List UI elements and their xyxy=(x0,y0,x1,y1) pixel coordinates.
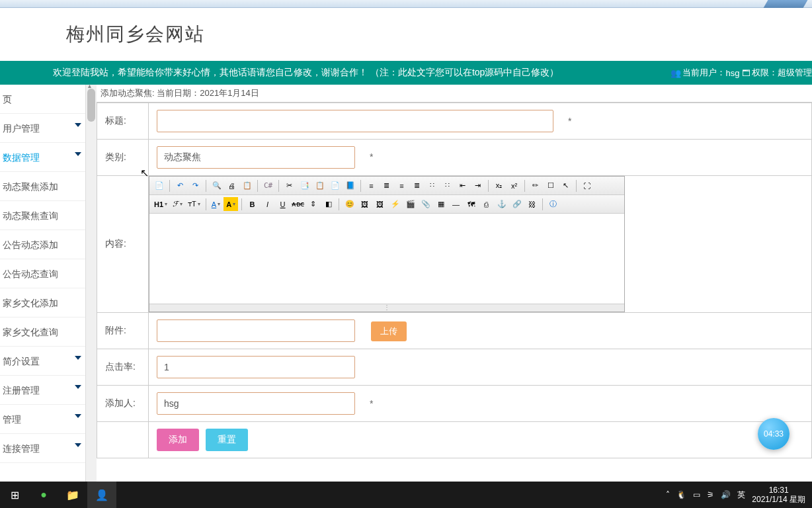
list-ol-icon[interactable]: ∷ xyxy=(425,179,439,192)
bold-icon[interactable]: B xyxy=(245,197,259,211)
sidebar-item-5[interactable]: 公告动态添加 xyxy=(0,230,85,259)
floating-timer[interactable]: 04:33 xyxy=(758,418,790,450)
sidebar-item-11[interactable]: 管理 xyxy=(0,405,85,434)
form-table: 标题: * 类别: * 内容: 📄 xyxy=(97,103,812,458)
taskbar[interactable]: ⊞ ● 📁 👤 ˄ 🐧 ▭ ⚞ 🔊 英 16:31 2021/1/14 星期 xyxy=(0,482,812,508)
sidebar-item-12[interactable]: 连接管理 xyxy=(0,434,85,463)
title-required: * xyxy=(568,116,571,126)
editor-resize-handle[interactable]: ⋮ xyxy=(149,304,624,312)
title-input[interactable] xyxy=(157,110,553,132)
chevron-down-icon xyxy=(75,443,81,447)
selectall-icon[interactable]: ☐ xyxy=(544,179,557,192)
removeformat-icon[interactable]: ◧ xyxy=(321,197,335,211)
tray-battery-icon[interactable]: ▭ xyxy=(693,490,700,499)
subscript-icon[interactable]: x₂ xyxy=(492,179,506,192)
underline-icon[interactable]: U xyxy=(276,197,290,211)
file-icon[interactable]: 📎 xyxy=(419,197,432,211)
start-button[interactable]: ⊞ xyxy=(0,482,29,508)
sidebar-item-9[interactable]: 简介设置 xyxy=(0,347,85,376)
sidebar-item-6[interactable]: 公告动态查询 xyxy=(0,259,85,288)
sidebar-item-2[interactable]: 数据管理 xyxy=(0,143,85,172)
undo-icon[interactable]: ↶ xyxy=(173,179,187,192)
task-app-icon[interactable]: 👤 xyxy=(87,482,116,508)
superscript-icon[interactable]: x² xyxy=(507,179,521,192)
pagebreak-icon[interactable]: ⎙ xyxy=(479,197,493,211)
sidebar-scrollbar[interactable] xyxy=(86,85,97,482)
source-icon[interactable]: 📄 xyxy=(152,179,166,192)
tray-wifi-icon[interactable]: ⚞ xyxy=(707,490,714,499)
flash-icon[interactable]: ⚡ xyxy=(388,197,402,211)
cursor-icon[interactable]: ↖ xyxy=(559,179,573,192)
clicks-input[interactable] xyxy=(157,356,355,378)
paste-icon[interactable]: 📋 xyxy=(313,179,327,192)
sidebar-item-0[interactable]: 页 xyxy=(0,85,85,114)
redo-icon[interactable]: ↷ xyxy=(188,179,202,192)
multiimage-icon[interactable]: 🖼 xyxy=(373,197,387,211)
tray-qq-icon[interactable]: 🐧 xyxy=(676,490,686,499)
anchor-icon[interactable]: ⚓ xyxy=(495,197,508,211)
chevron-down-icon xyxy=(75,385,81,389)
print-icon[interactable]: 🖨 xyxy=(225,179,239,192)
backcolor-select[interactable]: A xyxy=(223,197,238,211)
chevron-down-icon xyxy=(75,356,81,360)
adder-input[interactable] xyxy=(157,392,355,415)
paste-text-icon[interactable]: 📄 xyxy=(328,179,342,192)
welcome-text: 欢迎登陆我站，希望能给你带来好心情，其他话语请您自己修改，谢谢合作！ （注：此处… xyxy=(53,67,559,79)
tray-ime[interactable]: 英 xyxy=(737,489,745,501)
fullscreen-icon[interactable]: ⛶ xyxy=(580,179,594,192)
tray-chevron-icon[interactable]: ˄ xyxy=(666,490,670,499)
sidebar-item-1[interactable]: 用户管理 xyxy=(0,114,85,143)
clearformat-icon[interactable]: ✏ xyxy=(528,179,542,192)
upload-button[interactable]: 上传 xyxy=(371,321,407,341)
copy-icon[interactable]: 📑 xyxy=(298,179,311,192)
chevron-down-icon xyxy=(75,152,81,156)
outdent-icon[interactable]: ⇤ xyxy=(456,179,469,192)
sidebar-item-8[interactable]: 家乡文化查询 xyxy=(0,318,85,347)
attach-label: 附件: xyxy=(97,313,149,349)
forecolor-select[interactable]: A xyxy=(210,197,222,211)
editor-body[interactable] xyxy=(149,214,624,304)
strike-icon[interactable]: ᴀʙᴄ xyxy=(291,197,305,211)
align-justify-icon[interactable]: ≣ xyxy=(410,179,424,192)
sidebar-item-4[interactable]: 动态聚焦查询 xyxy=(0,201,85,230)
taskbar-date: 2021/1/14 星期 xyxy=(752,495,805,504)
role-name: 超级管理 xyxy=(778,67,812,79)
image-icon[interactable]: 🖼 xyxy=(358,197,372,211)
sidebar-item-10[interactable]: 注册管理 xyxy=(0,376,85,405)
fontfamily-select[interactable]: ℱ xyxy=(171,197,184,211)
paste-word-icon[interactable]: 📘 xyxy=(343,179,357,192)
task-explorer-icon[interactable]: 📁 xyxy=(58,482,87,508)
cut-icon[interactable]: ✂ xyxy=(282,179,296,192)
site-title: 梅州同乡会网站 xyxy=(66,22,205,47)
submit-button[interactable]: 添加 xyxy=(157,429,199,451)
hr-icon[interactable]: — xyxy=(449,197,463,211)
emoji-icon[interactable]: 😊 xyxy=(343,197,356,211)
indent-icon[interactable]: ⇥ xyxy=(471,179,485,192)
user-label: 当前用户： xyxy=(682,67,725,79)
heading-select[interactable]: H1 xyxy=(152,197,169,211)
reset-button[interactable]: 重置 xyxy=(206,429,248,451)
italic-icon[interactable]: I xyxy=(261,197,274,211)
media-icon[interactable]: 🎬 xyxy=(403,197,417,211)
template-icon[interactable]: 📋 xyxy=(240,179,254,192)
align-right-icon[interactable]: ≡ xyxy=(395,179,409,192)
link-icon[interactable]: 🔗 xyxy=(510,197,524,211)
category-input[interactable] xyxy=(157,146,355,169)
tray-volume-icon[interactable]: 🔊 xyxy=(721,490,731,499)
table-icon[interactable]: ▦ xyxy=(434,197,448,211)
sidebar-item-7[interactable]: 家乡文化添加 xyxy=(0,288,85,318)
task-browser-icon[interactable]: ● xyxy=(29,482,58,508)
preview-icon[interactable]: 🔍 xyxy=(210,179,223,192)
list-ul-icon[interactable]: ∷ xyxy=(440,179,454,192)
lineheight-icon[interactable]: ⇕ xyxy=(306,197,320,211)
sidebar-item-3[interactable]: 动态聚焦添加 xyxy=(0,172,85,201)
map-icon[interactable]: 🗺 xyxy=(464,197,478,211)
fontsize-select[interactable]: ᴛT xyxy=(186,197,202,211)
taskbar-clock[interactable]: 16:31 2021/1/14 星期 xyxy=(752,486,805,505)
align-center-icon[interactable]: ≣ xyxy=(380,179,393,192)
attach-input[interactable] xyxy=(157,319,355,342)
align-left-icon[interactable]: ≡ xyxy=(364,179,378,192)
about-icon[interactable]: ⓘ xyxy=(546,197,560,211)
code-icon[interactable]: C# xyxy=(261,179,275,192)
unlink-icon[interactable]: ⛓ xyxy=(525,197,539,211)
